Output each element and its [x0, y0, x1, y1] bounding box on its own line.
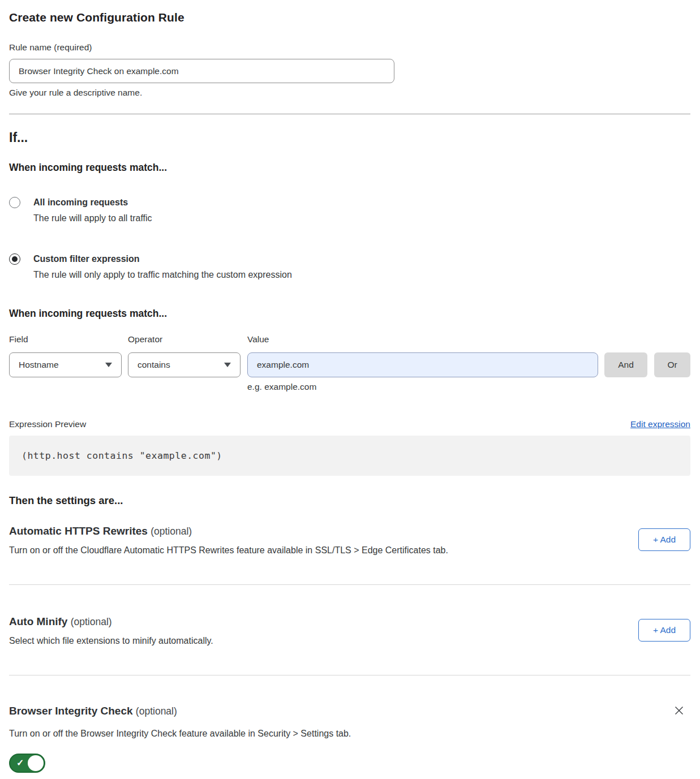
optional-tag: (optional) [71, 616, 112, 627]
radio-option-description: The rule will only apply to traffic matc… [33, 269, 292, 281]
radio-option-all-incoming-requests[interactable]: All incoming requests The rule will appl… [9, 196, 690, 224]
toggle-knob [28, 755, 44, 771]
radio-button-unselected[interactable] [9, 197, 20, 208]
setting-divider [9, 584, 690, 585]
value-input[interactable] [247, 352, 598, 377]
setting-description: Turn on or off the Browser Integrity Che… [9, 728, 690, 739]
remove-setting-button[interactable] [673, 705, 685, 716]
and-button[interactable]: And [604, 352, 647, 377]
rule-name-helper-text: Give your rule a descriptive name. [9, 87, 690, 98]
add-automatic-https-rewrites-button[interactable]: + Add [638, 528, 690, 551]
setting-title: Browser Integrity Check (optional) [9, 704, 177, 718]
close-icon [673, 705, 685, 716]
optional-tag: (optional) [136, 705, 177, 717]
field-dropdown-value: Hostname [19, 360, 59, 370]
optional-tag: (optional) [151, 526, 192, 537]
setting-row-auto-minify: Auto Minify (optional) Select which file… [9, 614, 690, 647]
value-helper-text: e.g. example.com [247, 381, 690, 393]
if-heading: If... [9, 129, 690, 146]
filter-column-labels: Field Operator Value [9, 334, 690, 345]
setting-description: Turn on or off the Cloudflare Automatic … [9, 544, 448, 556]
expression-preview-label: Expression Preview [9, 418, 86, 431]
setting-row-browser-integrity-check: Browser Integrity Check (optional) Turn … [9, 704, 690, 773]
create-configuration-rule-form: Create new Configuration Rule Rule name … [0, 0, 700, 779]
setting-divider [9, 675, 690, 675]
setting-title: Auto Minify (optional) [9, 614, 213, 629]
or-button[interactable]: Or [654, 352, 690, 377]
radio-button-selected[interactable] [9, 253, 20, 265]
radio-option-custom-filter-expression[interactable]: Custom filter expression The rule will o… [9, 253, 690, 281]
operator-dropdown-value: contains [138, 360, 170, 370]
expression-code: (http.host contains "example.com") [22, 450, 222, 461]
setting-row-automatic-https-rewrites: Automatic HTTPS Rewrites (optional) Turn… [9, 524, 690, 556]
operator-column-label: Operator [128, 334, 247, 345]
setting-title: Automatic HTTPS Rewrites (optional) [9, 524, 448, 539]
filter-builder-heading: When incoming requests match... [9, 307, 690, 320]
radio-option-label: All incoming requests [33, 196, 152, 208]
page-title: Create new Configuration Rule [9, 10, 690, 25]
chevron-down-icon [105, 363, 112, 367]
operator-dropdown[interactable]: contains [128, 352, 241, 377]
rule-name-label: Rule name (required) [9, 42, 690, 53]
rule-name-input[interactable] [9, 59, 394, 83]
value-column-label: Value [247, 334, 690, 345]
browser-integrity-check-toggle[interactable]: ✓ [9, 754, 45, 773]
when-requests-match-heading: When incoming requests match... [9, 161, 690, 174]
setting-description: Select which file extensions to minify a… [9, 635, 213, 647]
radio-option-label: Custom filter expression [33, 253, 292, 265]
field-column-label: Field [9, 334, 128, 345]
add-auto-minify-button[interactable]: + Add [638, 619, 690, 642]
radio-option-description: The rule will apply to all traffic [33, 212, 152, 224]
expression-preview-box: (http.host contains "example.com") [9, 436, 690, 476]
check-icon: ✓ [16, 759, 24, 768]
then-settings-heading: Then the settings are... [9, 494, 690, 507]
field-dropdown[interactable]: Hostname [9, 352, 122, 377]
chevron-down-icon [224, 363, 231, 367]
edit-expression-link[interactable]: Edit expression [630, 418, 690, 431]
section-divider [9, 114, 690, 114]
